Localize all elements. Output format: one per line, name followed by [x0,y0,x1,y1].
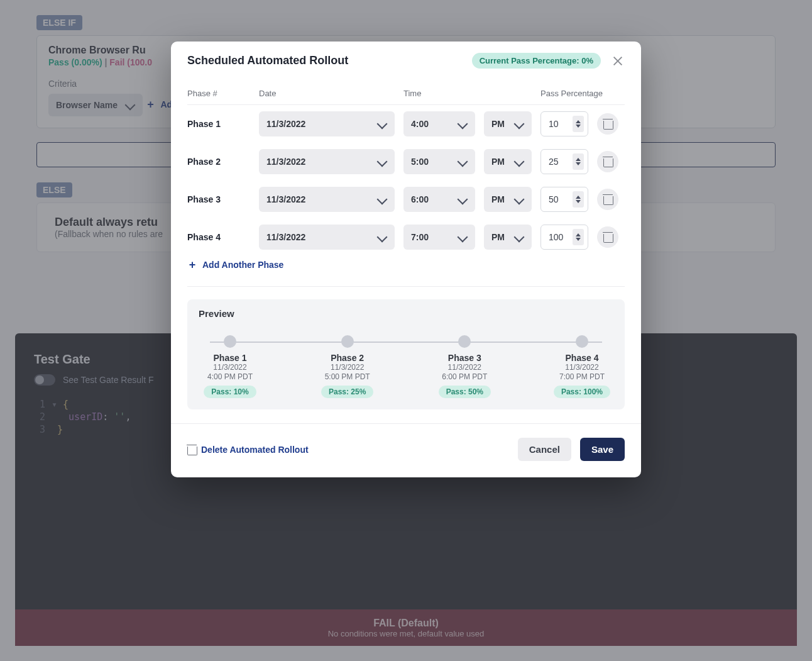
phase-label: Phase 2 [187,157,250,167]
number-stepper[interactable] [573,229,584,245]
time-value: 5:00 [411,157,429,167]
time-select[interactable]: 6:00 [403,187,475,212]
phase-label: Phase 3 [187,194,250,204]
phase-row: Phase 4 11/3/2022 7:00 PM [187,218,625,256]
trash-icon [187,445,196,455]
close-icon[interactable] [611,54,625,68]
scheduled-rollout-modal: Scheduled Automated Rollout Current Pass… [171,42,641,477]
pass-percentage-input-wrap [540,111,588,136]
trash-icon [603,157,612,167]
date-select[interactable]: 11/3/2022 [259,187,395,212]
ampm-value: PM [491,194,505,204]
chevron-down-icon [377,157,388,167]
preview-step-title: Phase 1 [214,353,247,363]
pass-percentage-input-wrap [540,149,588,174]
ampm-value: PM [491,232,505,242]
modal-title: Scheduled Automated Rollout [187,54,348,67]
col-time: Time [403,89,475,98]
preview-step-title: Phase 2 [331,353,364,363]
chevron-down-icon [377,232,388,243]
pass-percentage-input-wrap [540,225,588,250]
preview-step-date: 11/3/2022 [565,363,598,372]
number-stepper[interactable] [573,153,584,170]
delete-rollout-label: Delete Automated Rollout [201,445,309,455]
delete-phase-button[interactable] [597,226,618,248]
delete-rollout-button[interactable]: Delete Automated Rollout [187,445,309,455]
col-pct: Pass Percentage [540,89,618,98]
preview-step: Phase 3 11/3/2022 6:00 PM PDT Pass: 50% [433,335,496,398]
ampm-select[interactable]: PM [484,187,532,212]
number-stepper[interactable] [573,116,584,132]
modal-footer: Delete Automated Rollout Cancel Save [171,423,641,477]
preview-step-dot [458,335,471,348]
preview-step-time: 6:00 PM PDT [442,372,487,382]
phase-row: Phase 1 11/3/2022 4:00 PM [187,105,625,143]
preview-step-title: Phase 4 [566,353,599,363]
chevron-down-icon [458,232,468,243]
date-select[interactable]: 11/3/2022 [259,149,395,174]
plus-icon: + [187,260,197,269]
trash-icon [603,232,612,242]
ampm-select[interactable]: PM [484,149,532,174]
delete-phase-button[interactable] [597,151,618,172]
chevron-down-icon [514,119,525,130]
number-stepper[interactable] [573,191,584,208]
cancel-button[interactable]: Cancel [518,438,571,461]
ampm-select[interactable]: PM [484,111,532,136]
preview-steps: Phase 1 11/3/2022 4:00 PM PDT Pass: 10% … [199,335,613,398]
pass-percentage-input[interactable] [549,232,570,242]
preview-pass-pill: Pass: 100% [554,386,610,398]
time-select[interactable]: 4:00 [403,111,475,136]
preview-step: Phase 4 11/3/2022 7:00 PM PDT Pass: 100% [551,335,613,398]
date-value: 11/3/2022 [266,232,305,242]
preview-step-time: 5:00 PM PDT [325,372,370,382]
preview-pass-pill: Pass: 25% [321,386,373,398]
ampm-value: PM [491,157,505,167]
preview-pass-pill: Pass: 10% [204,386,256,398]
trash-icon [603,194,612,204]
time-value: 6:00 [411,194,429,204]
date-select[interactable]: 11/3/2022 [259,225,395,250]
delete-phase-button[interactable] [597,113,618,135]
current-pass-pill: Current Pass Percentage: 0% [472,53,601,69]
preview-pass-pill: Pass: 50% [439,386,491,398]
phase-label: Phase 1 [187,119,250,129]
pass-percentage-input[interactable] [549,157,570,167]
chevron-down-icon [458,119,468,130]
phase-label: Phase 4 [187,232,250,242]
delete-phase-button[interactable] [597,189,618,210]
preview-title: Preview [199,308,613,319]
modal-header: Scheduled Automated Rollout Current Pass… [171,42,641,82]
chevron-down-icon [377,119,388,130]
preview-step-time: 7:00 PM PDT [559,372,605,382]
preview-step-dot [341,335,354,348]
pass-percentage-input[interactable] [549,194,570,204]
chevron-down-icon [514,194,525,205]
add-phase-button[interactable]: + Add Another Phase [187,260,283,270]
preview-step: Phase 2 11/3/2022 5:00 PM PDT Pass: 25% [316,335,379,398]
preview-step: Phase 1 11/3/2022 4:00 PM PDT Pass: 10% [199,335,261,398]
phase-row: Phase 3 11/3/2022 6:00 PM [187,181,625,218]
time-select[interactable]: 7:00 [403,225,475,250]
date-value: 11/3/2022 [266,119,305,129]
pass-percentage-input[interactable] [549,119,570,129]
chevron-down-icon [458,194,468,205]
date-select[interactable]: 11/3/2022 [259,111,395,136]
add-phase-label: Add Another Phase [202,260,283,270]
table-header-row: Phase # Date Time Pass Percentage [187,82,625,105]
ampm-select[interactable]: PM [484,225,532,250]
preview-step-time: 4:00 PM PDT [207,372,253,382]
preview-panel: Preview Phase 1 11/3/2022 4:00 PM PDT Pa… [187,299,625,409]
col-phase: Phase # [187,89,250,98]
preview-step-title: Phase 3 [448,353,481,363]
phase-row: Phase 2 11/3/2022 5:00 PM [187,143,625,181]
time-select[interactable]: 5:00 [403,149,475,174]
preview-step-date: 11/3/2022 [331,363,364,372]
date-value: 11/3/2022 [266,157,305,167]
preview-step-dot [576,335,588,348]
preview-step-dot [224,335,236,348]
time-value: 4:00 [411,119,429,129]
chevron-down-icon [377,194,388,205]
date-value: 11/3/2022 [266,194,305,204]
save-button[interactable]: Save [580,438,625,461]
